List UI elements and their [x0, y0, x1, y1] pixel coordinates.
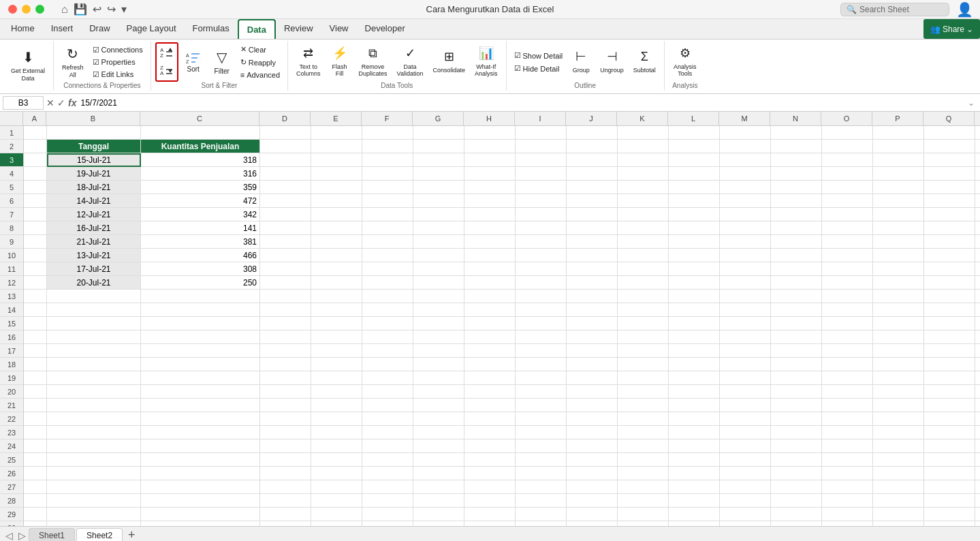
cell-k28[interactable]: [618, 494, 669, 508]
cell-e17[interactable]: [311, 344, 362, 358]
cell-q8[interactable]: [924, 221, 975, 235]
cell-q19[interactable]: [924, 371, 975, 385]
cell-a17[interactable]: [24, 344, 47, 358]
cell-o1[interactable]: [822, 126, 873, 140]
cell-m21[interactable]: [720, 399, 771, 412]
cell-g29[interactable]: [413, 508, 464, 521]
cell-m3[interactable]: [720, 153, 771, 167]
cell-f2[interactable]: [362, 140, 413, 153]
cell-l15[interactable]: [669, 317, 720, 330]
cell-r29[interactable]: [975, 508, 980, 521]
cell-m28[interactable]: [720, 494, 771, 508]
data-validation-button[interactable]: ✓ DataValidation: [393, 44, 428, 80]
cell-n8[interactable]: [771, 221, 822, 235]
cancel-formula-icon[interactable]: ✕: [46, 97, 54, 108]
cell-n23[interactable]: [771, 426, 822, 439]
cell-g22[interactable]: [413, 412, 464, 426]
cell-l12[interactable]: [669, 276, 720, 290]
cell-g5[interactable]: [413, 181, 464, 194]
cell-j9[interactable]: [567, 235, 618, 249]
cell-n11[interactable]: [771, 262, 822, 276]
cell-f20[interactable]: [362, 385, 413, 399]
cell-l29[interactable]: [669, 508, 720, 521]
cell-g9[interactable]: [413, 235, 464, 249]
cell-g12[interactable]: [413, 276, 464, 290]
cell-b8[interactable]: 16-Jul-21: [47, 221, 141, 235]
cell-m22[interactable]: [720, 412, 771, 426]
cell-h8[interactable]: [464, 221, 516, 235]
cell-j29[interactable]: [567, 508, 618, 521]
cell-a7[interactable]: [24, 208, 47, 221]
cell-k27[interactable]: [618, 480, 669, 494]
cell-e3[interactable]: [311, 153, 362, 167]
cell-r2[interactable]: [975, 140, 980, 153]
cell-f15[interactable]: [362, 317, 413, 330]
cell-h13[interactable]: [464, 290, 516, 303]
confirm-formula-icon[interactable]: ✓: [57, 97, 65, 108]
cell-b10[interactable]: 13-Jul-21: [47, 249, 141, 262]
cell-n3[interactable]: [771, 153, 822, 167]
row-num-29[interactable]: 29: [0, 508, 23, 521]
cell-k29[interactable]: [618, 508, 669, 521]
cell-a6[interactable]: [24, 194, 47, 208]
cell-l25[interactable]: [669, 453, 720, 467]
cell-f1[interactable]: [362, 126, 413, 140]
cell-d1[interactable]: [260, 126, 311, 140]
cell-e25[interactable]: [311, 453, 362, 467]
cell-c17[interactable]: [141, 344, 260, 358]
cell-g23[interactable]: [413, 426, 464, 439]
cell-o29[interactable]: [822, 508, 873, 521]
sheet-nav-next[interactable]: ▷: [16, 530, 29, 541]
cell-n21[interactable]: [771, 399, 822, 412]
formula-expand-button[interactable]: ⌄: [965, 98, 977, 108]
cell-n29[interactable]: [771, 508, 822, 521]
cell-h20[interactable]: [464, 385, 516, 399]
cell-c26[interactable]: [141, 467, 260, 480]
cell-o11[interactable]: [822, 262, 873, 276]
cell-k26[interactable]: [618, 467, 669, 480]
cell-n5[interactable]: [771, 181, 822, 194]
cell-l8[interactable]: [669, 221, 720, 235]
tab-page-layout[interactable]: Page Layout: [118, 19, 185, 39]
cell-n10[interactable]: [771, 249, 822, 262]
cell-e24[interactable]: [311, 439, 362, 453]
row-num-23[interactable]: 23: [0, 426, 23, 439]
col-header-n[interactable]: N: [770, 112, 821, 125]
cell-i22[interactable]: [516, 412, 567, 426]
cell-l28[interactable]: [669, 494, 720, 508]
cell-n4[interactable]: [771, 167, 822, 181]
cell-p7[interactable]: [873, 208, 924, 221]
cell-a22[interactable]: [24, 412, 47, 426]
cell-p10[interactable]: [873, 249, 924, 262]
cell-q3[interactable]: [924, 153, 975, 167]
cell-e2[interactable]: [311, 140, 362, 153]
cell-j20[interactable]: [567, 385, 618, 399]
cell-l3[interactable]: [669, 153, 720, 167]
cell-p14[interactable]: [873, 303, 924, 317]
cell-q29[interactable]: [924, 508, 975, 521]
cell-k21[interactable]: [618, 399, 669, 412]
cell-k7[interactable]: [618, 208, 669, 221]
cell-b29[interactable]: [47, 508, 141, 521]
cell-r20[interactable]: [975, 385, 980, 399]
cell-d14[interactable]: [260, 303, 311, 317]
cell-i14[interactable]: [516, 303, 567, 317]
cell-o8[interactable]: [822, 221, 873, 235]
fx-icon[interactable]: fx: [68, 97, 76, 108]
col-header-r[interactable]: R: [975, 112, 980, 125]
cell-i30[interactable]: [516, 521, 567, 526]
cell-f30[interactable]: [362, 521, 413, 526]
cell-q4[interactable]: [924, 167, 975, 181]
cell-i20[interactable]: [516, 385, 567, 399]
cell-q13[interactable]: [924, 290, 975, 303]
cell-l21[interactable]: [669, 399, 720, 412]
cell-a20[interactable]: [24, 385, 47, 399]
cell-h2[interactable]: [464, 140, 516, 153]
cell-o10[interactable]: [822, 249, 873, 262]
cell-l26[interactable]: [669, 467, 720, 480]
cell-j27[interactable]: [567, 480, 618, 494]
cell-c18[interactable]: [141, 358, 260, 371]
cell-h25[interactable]: [464, 453, 516, 467]
cell-i21[interactable]: [516, 399, 567, 412]
cell-q1[interactable]: [924, 126, 975, 140]
